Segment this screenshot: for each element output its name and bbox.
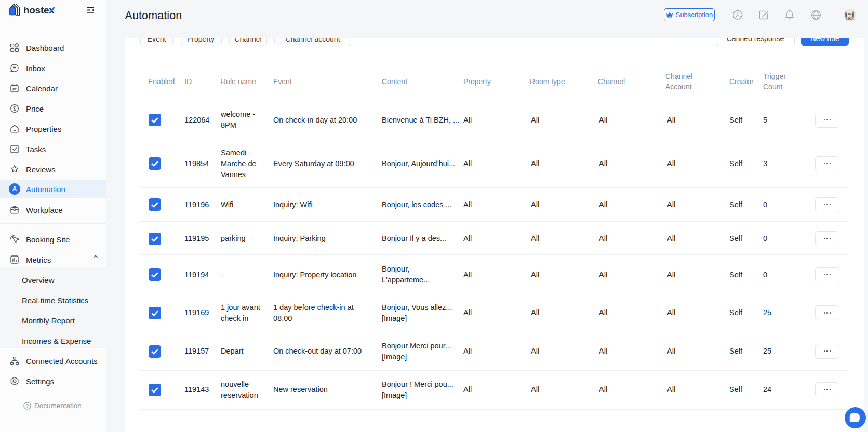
svg-text:ti BZH: ti BZH (846, 17, 853, 20)
svg-text:$: $ (13, 105, 16, 112)
svg-text:?: ? (26, 403, 29, 408)
svg-text:A: A (12, 185, 17, 193)
